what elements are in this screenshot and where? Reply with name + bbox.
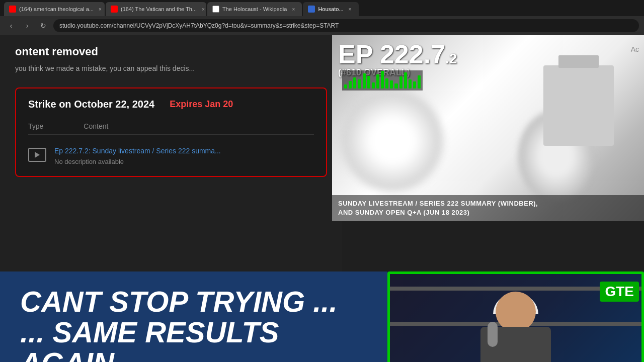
col-type: Type bbox=[28, 122, 43, 130]
building-shape bbox=[543, 65, 614, 146]
browser-chrome: (164) american theological a... × (164) … bbox=[0, 0, 644, 35]
green-border-overlay bbox=[387, 272, 644, 362]
tree-left-decoration bbox=[342, 90, 443, 191]
tab-2-close[interactable]: × bbox=[200, 6, 206, 13]
tab-1[interactable]: (164) american theological a... × bbox=[4, 2, 105, 16]
mistake-text: you think we made a mistake, you can app… bbox=[15, 64, 327, 72]
hs-favicon bbox=[308, 6, 315, 13]
refresh-button[interactable]: ↻ bbox=[37, 20, 49, 32]
content-row: Ep 222.7.2: Sunday livestream / Series 2… bbox=[28, 143, 314, 166]
url-text: studio.youtube.com/channel/UCVyV2pVjDcXy… bbox=[59, 22, 339, 29]
viz-bar bbox=[367, 76, 370, 88]
caption-line1: SUNDAY LIVESTREAM / SERIES 222 SUMMARY (… bbox=[338, 199, 638, 208]
bottom-line1: CANT STOP TRYING ... bbox=[20, 287, 367, 317]
tab-2[interactable]: (164) The Vatican and the Th... × bbox=[106, 2, 206, 16]
tab-4-label: Housato... bbox=[318, 6, 343, 12]
back-button[interactable]: ‹ bbox=[5, 20, 17, 32]
webcam-area: GTE bbox=[387, 272, 644, 362]
caption-line2: AND SUNDAY OPEN Q+A (JUN 18 2023) bbox=[338, 208, 638, 217]
tab-2-label: (164) The Vatican and the Th... bbox=[121, 6, 197, 12]
viz-bar bbox=[349, 81, 352, 88]
viz-bar bbox=[390, 80, 393, 88]
thumbnail-caption: SUNDAY LIVESTREAM / SERIES 222 SUMMARY (… bbox=[332, 195, 644, 221]
expires-text: Expires Jan 20 bbox=[170, 99, 233, 110]
strike-title: Strike on October 22, 2024 bbox=[28, 99, 154, 110]
tab-1-close[interactable]: × bbox=[97, 6, 104, 13]
viz-bar bbox=[409, 79, 412, 88]
ep-sub: .2 bbox=[445, 51, 457, 66]
viz-bar bbox=[394, 83, 397, 88]
main-content: ontent removed you think we made a mista… bbox=[0, 35, 644, 362]
bottom-line2: ... SAME RESULTS AGAIN ... bbox=[20, 317, 367, 362]
bottom-section: CANT STOP TRYING ... ... SAME RESULTS AG… bbox=[0, 272, 644, 362]
content-removed-title: ontent removed bbox=[15, 45, 327, 58]
strike-box: Strike on October 22, 2024 Expires Jan 2… bbox=[15, 87, 327, 177]
viz-bar bbox=[418, 75, 421, 88]
no-description: No description available bbox=[54, 158, 124, 165]
wiki-favicon bbox=[212, 6, 219, 13]
viz-bar bbox=[372, 82, 375, 88]
tab-4-active[interactable]: Housato... × bbox=[303, 2, 358, 16]
nav-row: ‹ › ↻ studio.youtube.com/channel/UCVyV2p… bbox=[0, 16, 644, 35]
video-type-icon bbox=[28, 148, 46, 162]
viz-bar bbox=[381, 71, 384, 88]
viz-bar bbox=[385, 78, 388, 88]
viz-bar bbox=[376, 74, 379, 88]
tab-3-close[interactable]: × bbox=[290, 6, 297, 13]
video-thumbnail: EP 222.7.2 (#610 OVERALL) SUNDAY LIVESTR… bbox=[332, 35, 644, 221]
tab-4-close[interactable]: × bbox=[347, 6, 354, 13]
youtube-favicon-2 bbox=[111, 6, 118, 13]
tab-3[interactable]: The Holocaust - Wikipedia × bbox=[207, 2, 302, 16]
viz-bar bbox=[413, 81, 416, 88]
bottom-text-area: CANT STOP TRYING ... ... SAME RESULTS AG… bbox=[0, 272, 387, 362]
tab-3-label: The Holocaust - Wikipedia bbox=[222, 6, 287, 12]
viz-bar bbox=[353, 77, 356, 88]
ep-number: EP 222.7 bbox=[338, 40, 445, 69]
table-header: Type Content bbox=[28, 122, 314, 135]
action-btn-area: Ac bbox=[626, 40, 644, 58]
viz-bar bbox=[399, 76, 403, 88]
tab-1-label: (164) american theological a... bbox=[19, 6, 94, 12]
content-info: Ep 222.7.2: Sunday livestream / Series 2… bbox=[54, 147, 314, 166]
strike-header: Strike on October 22, 2024 Expires Jan 2… bbox=[28, 99, 314, 110]
col-content: Content bbox=[84, 122, 108, 130]
viz-bar bbox=[404, 72, 407, 88]
youtube-favicon bbox=[9, 6, 16, 13]
viz-bar bbox=[358, 79, 361, 88]
video-link[interactable]: Ep 222.7.2: Sunday livestream / Series 2… bbox=[54, 147, 314, 155]
address-bar[interactable]: studio.youtube.com/channel/UCVyV2pVjDcXy… bbox=[53, 19, 639, 32]
viz-bar bbox=[363, 73, 366, 88]
cant-stop-text: CANT STOP TRYING ... ... SAME RESULTS AG… bbox=[20, 287, 367, 362]
forward-button[interactable]: › bbox=[21, 20, 33, 32]
tabs-row: (164) american theological a... × (164) … bbox=[0, 0, 644, 16]
audio-visualizer bbox=[342, 70, 423, 90]
viz-bar bbox=[344, 84, 347, 88]
episode-main: EP 222.7.2 bbox=[338, 41, 457, 67]
yt-studio-area: ontent removed you think we made a mista… bbox=[0, 35, 342, 272]
